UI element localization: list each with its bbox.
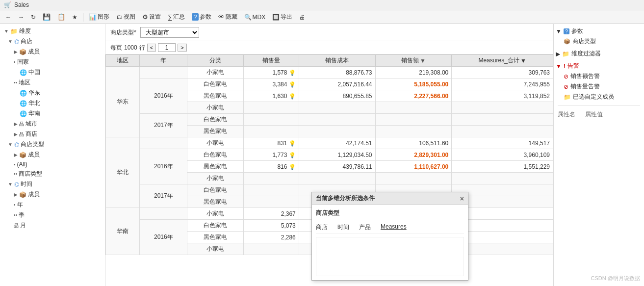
- right-section-dimfilter[interactable]: ▶ 📁 维度过滤器: [554, 49, 644, 59]
- rev-1110627: 1,110,627.00: [375, 161, 452, 173]
- cost-42174: 42,174.51: [299, 137, 375, 149]
- back-button[interactable]: ←: [3, 13, 14, 22]
- table-row: 华东 小家电 1,578 💡 88,876.73 219,308.00 309,…: [106, 67, 553, 78]
- sidebar-item-country[interactable]: • 国家: [0, 57, 105, 67]
- aggregate-button[interactable]: ∑ 汇总: [165, 12, 187, 22]
- bulb-icon-3: 💡: [289, 93, 296, 99]
- expand-icon: ▼: [4, 28, 9, 34]
- sidebar-item-north[interactable]: 🌐 华北: [0, 98, 105, 108]
- empty-north-1: [243, 173, 299, 184]
- filter-select[interactable]: 大型超市 小型超市 便利店: [140, 27, 199, 38]
- sidebar-item-china[interactable]: 🌐 中国: [0, 67, 105, 78]
- cat-small-appliance1: 小家电: [187, 67, 243, 78]
- year-2016-south: 2016年: [140, 220, 187, 255]
- sidebar-item-member1[interactable]: ▶ 📦 成员: [0, 47, 105, 57]
- sidebar-item-storetype2[interactable]: •• 商店类型: [0, 169, 105, 179]
- sidebar-item-year[interactable]: • 年: [0, 200, 105, 210]
- empty-north-3: [375, 173, 452, 184]
- sidebar-item-south[interactable]: 🌐 华南: [0, 108, 105, 119]
- next-page-button[interactable]: >: [178, 44, 186, 52]
- dimensions-label: 维度: [19, 27, 31, 35]
- sidebar-item-store[interactable]: ▼ ⌬ 商店: [0, 36, 105, 47]
- empty-cell-8: [452, 114, 553, 126]
- dot-season: ••: [14, 212, 17, 218]
- attr-table: 属性名 属性值: [554, 108, 644, 121]
- member2-label: 成员: [28, 151, 40, 159]
- print-button[interactable]: 🖨: [297, 13, 308, 22]
- header-cost: 销售成本: [299, 55, 375, 67]
- empty-cell-10: [299, 126, 375, 137]
- custom-member-icon: 📁: [564, 94, 571, 101]
- prev-page-button[interactable]: <: [147, 44, 156, 52]
- year-2017-east: 2017年: [140, 114, 187, 137]
- sidebar-item-member2[interactable]: ▶ 📦 成员: [0, 150, 105, 160]
- filter-bar: 商店类型* 大型超市 小型超市 便利店: [105, 24, 553, 41]
- popup-title-text: 当前多维分析所选条件: [316, 194, 375, 203]
- hide-button[interactable]: 👁 隐藏: [216, 12, 240, 22]
- right-item-storetype[interactable]: 📦 商店类型: [554, 36, 644, 47]
- save-button[interactable]: 💾: [40, 12, 53, 22]
- month-icon: 品: [14, 222, 19, 229]
- bulb-icon-2: 💡: [289, 81, 296, 87]
- cat-small-north2: 小家电: [187, 173, 243, 184]
- right-item-sales-alert[interactable]: ⊘ 销售量告警: [554, 81, 644, 92]
- empty-cell-9: [243, 126, 299, 137]
- forward-button[interactable]: →: [16, 13, 26, 22]
- sidebar-item-city[interactable]: ▶ 品 城市: [0, 119, 105, 129]
- right-section-params[interactable]: ▼ ? 参数: [554, 26, 644, 36]
- year-empty1: [140, 67, 187, 78]
- settings-button[interactable]: ⚙ 设置: [140, 12, 163, 22]
- refresh-button[interactable]: ↻: [28, 13, 38, 22]
- right-item-revenue-alert[interactable]: ⊘ 销售额告警: [554, 71, 644, 81]
- empty-cell-11: [375, 126, 452, 137]
- total-7245955: 7,245,955: [452, 78, 553, 90]
- store-label: 商店: [21, 37, 32, 46]
- member3-label: 成员: [28, 190, 40, 199]
- sidebar-item-storetype[interactable]: ▼ ⌬ 商店类型: [0, 139, 105, 150]
- empty-north-2: [299, 173, 375, 184]
- mdx-button[interactable]: 🔍 MDX: [242, 13, 268, 22]
- chart-button[interactable]: 📊 图形: [86, 12, 112, 22]
- right-item-custom-member[interactable]: 📁 已选自定义成员: [554, 92, 644, 102]
- sidebar-item-east[interactable]: 🌐 华东: [0, 88, 105, 98]
- star-button[interactable]: ★: [70, 13, 80, 22]
- rows-unit: 行: [139, 44, 145, 52]
- bulb-icon-5: 💡: [289, 152, 296, 158]
- right-section-alerts[interactable]: ▼ ! 告警: [554, 61, 644, 71]
- export-button[interactable]: 🔲 导出: [270, 12, 295, 22]
- chart-label: 图形: [98, 13, 109, 21]
- popup-overlay: 当前多维分析所选条件 × 商店类型 商店 时间 产品 Measures: [311, 192, 468, 281]
- popup-title-bar: 当前多维分析所选条件 ×: [312, 192, 468, 205]
- time-label: 时间: [21, 180, 32, 188]
- china-label: 中国: [28, 68, 40, 77]
- popup-col-measures: Measures: [381, 223, 407, 232]
- expand-icon-store: ▼: [8, 39, 13, 44]
- cost-439786: 439,786.11: [299, 161, 375, 173]
- sidebar-item-member3[interactable]: ▶ 📦 成员: [0, 189, 105, 200]
- geo-icon-south: 🌐: [20, 110, 27, 117]
- sidebar-item-district[interactable]: •• 地区: [0, 78, 105, 88]
- view-label: 视图: [124, 13, 135, 21]
- season-label: 季: [19, 211, 25, 219]
- sidebar-section-dimensions[interactable]: ▼ 📁 维度: [0, 26, 105, 36]
- sidebar-item-month[interactable]: 品 月: [0, 220, 105, 231]
- popup-dialog: 当前多维分析所选条件 × 商店类型 商店 时间 产品 Measures: [311, 192, 468, 281]
- sidebar-item-season[interactable]: •• 季: [0, 210, 105, 220]
- view-button[interactable]: 🗂 视图: [114, 12, 138, 22]
- params-button[interactable]: ? 参数: [189, 12, 213, 22]
- rev-219308: 219,308.00: [375, 67, 452, 78]
- member1-label: 成员: [28, 48, 40, 56]
- total-3119852: 3,119,852: [452, 90, 553, 102]
- south-label: 华南: [28, 109, 40, 118]
- cat-small-south2: 小家电: [187, 243, 243, 255]
- rev-5185055: 5,185,055.00: [375, 78, 452, 90]
- save2-button[interactable]: 📋: [55, 12, 68, 22]
- page-input[interactable]: [158, 43, 176, 52]
- expand-city: ▶: [14, 121, 18, 127]
- sales-1630: 1,630 💡: [243, 90, 299, 102]
- popup-close-button[interactable]: ×: [460, 195, 464, 203]
- sidebar-item-time[interactable]: ▼ ⌬ 时间: [0, 179, 105, 189]
- sidebar-item-shops[interactable]: ▶ 品 商店: [0, 129, 105, 139]
- sort-down-icon: ▼: [420, 57, 426, 64]
- sidebar-item-all[interactable]: • (All): [0, 160, 105, 169]
